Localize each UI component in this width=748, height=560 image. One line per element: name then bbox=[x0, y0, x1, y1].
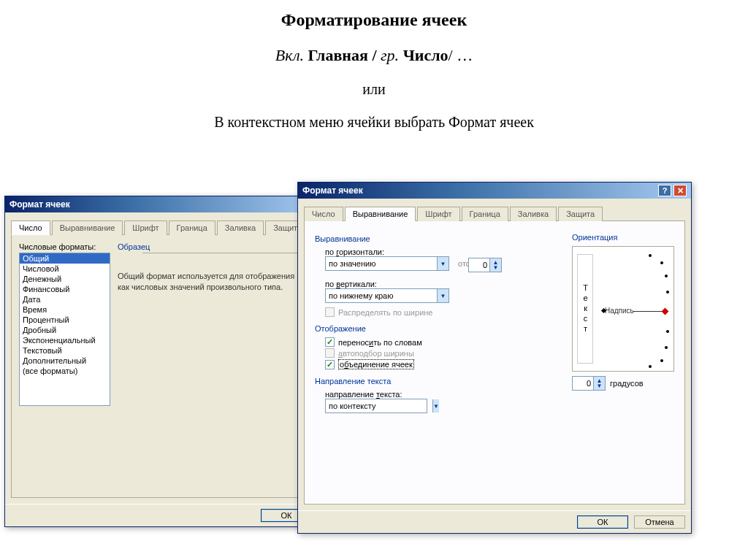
titlebar-text: Формат ячеек bbox=[302, 183, 363, 199]
slide-or: или bbox=[0, 81, 748, 98]
close-icon[interactable]: ✕ bbox=[673, 185, 687, 196]
tab-protection[interactable]: Защита bbox=[558, 207, 603, 221]
orientation-dial[interactable]: Надпись bbox=[602, 253, 669, 367]
tab-alignment[interactable]: Выравнивание bbox=[52, 220, 123, 235]
list-item[interactable]: Дробный bbox=[20, 325, 110, 335]
tab-strip: Число Выравнивание Шрифт Граница Заливка… bbox=[304, 206, 685, 221]
list-item[interactable]: Денежный bbox=[20, 274, 110, 284]
list-item[interactable]: Текстовый bbox=[20, 345, 110, 356]
formats-label: Числовые форматы: bbox=[19, 242, 110, 251]
chevron-down-icon[interactable]: ▼ bbox=[437, 257, 449, 270]
titlebar[interactable]: Формат ячеек ? ✕ bbox=[298, 183, 691, 199]
cancel-button[interactable]: Отмена bbox=[634, 515, 685, 529]
tab-border[interactable]: Граница bbox=[462, 207, 508, 221]
spinner-arrows-icon[interactable]: ▲▼ bbox=[489, 258, 501, 272]
list-item[interactable]: Экспоненциальный bbox=[20, 335, 110, 345]
ok-button[interactable]: ОК bbox=[577, 515, 628, 529]
list-item[interactable]: Финансовый bbox=[20, 284, 110, 294]
text-direction-combo[interactable]: ▼ bbox=[325, 399, 427, 413]
orientation-control[interactable]: Текст Надпись bbox=[572, 246, 674, 372]
slide-context: В контекстном меню ячейки выбрать Формат… bbox=[0, 114, 748, 131]
titlebar[interactable]: Формат ячеек bbox=[5, 196, 318, 212]
tab-font[interactable]: Шрифт bbox=[124, 220, 167, 235]
checkmark-icon: ✓ bbox=[325, 360, 335, 369]
text-direction-label: направление текста: bbox=[325, 390, 674, 399]
degrees-input[interactable] bbox=[573, 377, 593, 390]
orientation-label: Ориентация bbox=[572, 233, 674, 242]
slide-subtitle: Вкл. Главная / гр. Число/ … bbox=[0, 46, 748, 65]
vertical-text-preview[interactable]: Текст bbox=[577, 254, 593, 364]
list-item[interactable]: Общий bbox=[20, 253, 110, 264]
tab-border[interactable]: Граница bbox=[169, 220, 215, 235]
slide-title: Форматирование ячеек bbox=[0, 10, 748, 30]
list-item[interactable]: Дата bbox=[20, 294, 110, 304]
number-formats-list[interactable]: Общий Числовой Денежный Финансовый Дата … bbox=[19, 253, 110, 406]
spinner-arrows-icon[interactable]: ▲▼ bbox=[593, 377, 605, 390]
tab-font[interactable]: Шрифт bbox=[417, 207, 459, 221]
tab-number[interactable]: Число bbox=[11, 220, 50, 235]
tab-fill[interactable]: Заливка bbox=[217, 220, 264, 235]
dialog-format-cells-number: Формат ячеек Число Выравнивание Шрифт Гр… bbox=[4, 196, 318, 527]
dial-label: Надпись bbox=[605, 307, 634, 315]
horizontal-align-value[interactable] bbox=[326, 257, 437, 270]
indent-input[interactable] bbox=[469, 258, 489, 272]
vertical-align-combo[interactable]: ▼ bbox=[325, 288, 449, 303]
checkmark-icon: ✓ bbox=[325, 337, 335, 347]
vertical-align-value[interactable] bbox=[326, 289, 437, 302]
list-item[interactable]: Время bbox=[20, 304, 110, 315]
format-description: Общий формат используется для отображени… bbox=[118, 271, 304, 293]
dialog-format-cells-alignment: Формат ячеек ? ✕ Число Выравнивание Шриф… bbox=[297, 182, 692, 534]
titlebar-text: Формат ячеек bbox=[9, 196, 70, 212]
text-direction-value[interactable] bbox=[326, 399, 432, 413]
dial-handle-icon[interactable] bbox=[662, 308, 669, 315]
tab-number[interactable]: Число bbox=[304, 207, 343, 221]
list-item[interactable]: (все форматы) bbox=[20, 366, 110, 376]
sample-label: Образец bbox=[118, 242, 304, 251]
tab-fill[interactable]: Заливка bbox=[510, 207, 557, 221]
tab-alignment[interactable]: Выравнивание bbox=[345, 207, 416, 221]
chevron-down-icon[interactable]: ▼ bbox=[432, 399, 439, 413]
degrees-unit: градусов bbox=[610, 379, 644, 388]
list-item[interactable]: Процентный bbox=[20, 315, 110, 325]
help-icon[interactable]: ? bbox=[658, 185, 671, 196]
degrees-spinner[interactable]: ▲▼ bbox=[572, 376, 606, 391]
list-item[interactable]: Числовой bbox=[20, 264, 110, 274]
horizontal-align-combo[interactable]: ▼ bbox=[325, 256, 449, 271]
list-item[interactable]: Дополнительный bbox=[20, 356, 110, 366]
tab-strip: Число Выравнивание Шрифт Граница Заливка… bbox=[11, 220, 312, 235]
indent-spinner[interactable]: ▲▼ bbox=[468, 258, 502, 272]
chevron-down-icon[interactable]: ▼ bbox=[437, 289, 449, 302]
